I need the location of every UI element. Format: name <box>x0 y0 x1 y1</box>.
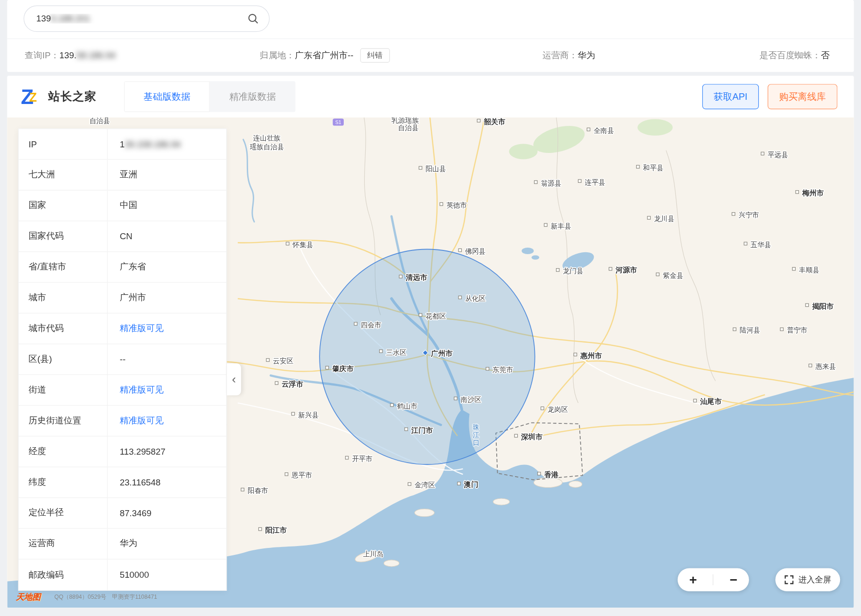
map-label: 龙川县 <box>654 215 674 222</box>
map[interactable]: S1 自治县乳源瑶族自治县韶关市全南县连山壮族瑶族自治县平远县阳山县翁源县连平县… <box>7 118 854 608</box>
place-marker-icon <box>354 322 357 325</box>
map-label: 河源市 <box>615 266 638 274</box>
get-api-button[interactable]: 获取API <box>702 84 759 109</box>
search-icon[interactable] <box>247 13 259 25</box>
search-value: 1395.188.201 <box>36 14 247 23</box>
map-label: 新丰县 <box>551 222 571 230</box>
row-label: 街道 <box>19 375 108 405</box>
premium-only-link[interactable]: 精准版可见 <box>108 313 226 344</box>
place-marker-icon <box>405 428 408 430</box>
fullscreen-icon <box>784 575 794 585</box>
tab-precise-data[interactable]: 精准版数据 <box>210 81 296 112</box>
map-label: 紫金县 <box>663 272 683 279</box>
map-label: 澳门 <box>464 480 479 488</box>
place-marker-icon <box>544 223 547 226</box>
table-row: IP139.158.186.94 <box>19 129 226 160</box>
map-label: 阳山县 <box>425 165 446 173</box>
query-ip: 查询IP： 139. 58.186.94 <box>25 39 116 72</box>
query-card: 1395.188.201 查询IP： 139. 58.186.94 归属地： 广… <box>7 0 854 72</box>
place-marker-icon <box>541 407 544 409</box>
route-shield-label: S1 <box>335 119 341 125</box>
map-label: 惠州市 <box>580 352 602 360</box>
map-label: 自治县 <box>398 124 419 132</box>
map-label: 上川岛 <box>363 550 383 558</box>
place-marker-icon <box>346 456 348 459</box>
table-row: 城市代码精准版可见 <box>19 313 226 344</box>
row-label: 国家 <box>19 191 108 221</box>
place-marker-icon <box>419 313 422 316</box>
place-marker-icon <box>647 216 650 219</box>
table-row: 国家中国 <box>19 191 226 221</box>
place-marker-icon <box>796 191 799 194</box>
row-value: 华为 <box>108 529 226 559</box>
map-label: 云安区 <box>273 357 293 365</box>
map-label: 丰顺县 <box>799 266 819 274</box>
place-marker-icon <box>458 249 461 251</box>
map-label: 乳源瑶族 <box>391 118 419 124</box>
place-marker-icon <box>780 328 783 331</box>
map-label: 恩平市 <box>291 471 312 479</box>
buy-offline-db-button[interactable]: 购买离线库 <box>768 84 838 109</box>
collapse-panel-handle[interactable]: ‹ <box>227 363 241 395</box>
map-label: 梅州市 <box>802 189 824 197</box>
place-marker-icon <box>408 483 411 485</box>
place-marker-icon <box>809 364 812 367</box>
place-marker-icon <box>266 359 269 361</box>
tab-basic-data[interactable]: 基础版数据 <box>124 81 210 112</box>
place-marker-icon <box>440 202 443 205</box>
row-value: 23.116548 <box>108 467 226 498</box>
row-label: IP <box>19 129 108 159</box>
table-row: 省/直辖市广东省 <box>19 252 226 283</box>
place-marker-icon <box>241 488 244 491</box>
map-label: 汕尾市 <box>700 397 722 405</box>
map-label: 南沙区 <box>461 396 481 403</box>
place-marker-icon <box>458 482 460 485</box>
place-marker-icon <box>285 473 288 476</box>
query-isp: 运营商： 华为 <box>542 39 595 72</box>
masked-ip: 58.186.94 <box>76 50 116 60</box>
place-marker-icon <box>390 403 393 406</box>
brand-name: 站长之家 <box>49 89 97 104</box>
row-value: 87.3469 <box>108 498 226 528</box>
zoom-out-button[interactable]: − <box>722 569 744 591</box>
place-marker-icon <box>486 367 489 370</box>
correct-error-button[interactable]: 纠错 <box>360 48 390 63</box>
table-row: 运营商华为 <box>19 529 226 560</box>
place-marker-icon <box>761 152 764 155</box>
map-label: 揭阳市 <box>812 302 834 310</box>
row-label: 定位半径 <box>19 498 108 528</box>
map-label: 江门市 <box>411 426 433 434</box>
row-label: 纬度 <box>19 467 108 498</box>
row-value: 中国 <box>108 191 226 221</box>
map-label: 龙门县 <box>563 267 583 275</box>
row-label: 国家代码 <box>19 221 108 251</box>
map-label: 三水区 <box>386 349 407 356</box>
map-label: 花都区 <box>425 312 446 320</box>
map-label: 兴宁市 <box>738 211 759 219</box>
map-label: 深圳市 <box>521 433 543 441</box>
row-label: 省/直辖市 <box>19 252 108 282</box>
map-label: 鹤山市 <box>397 402 417 410</box>
row-value: 亚洲 <box>108 160 226 190</box>
zoom-in-button[interactable]: + <box>682 569 704 591</box>
row-label: 七大洲 <box>19 160 108 190</box>
premium-only-link[interactable]: 精准版可见 <box>108 406 226 436</box>
search-row: 1395.188.201 <box>7 0 854 38</box>
premium-only-link[interactable]: 精准版可见 <box>108 375 226 405</box>
page: 1395.188.201 查询IP： 139. 58.186.94 归属地： 广… <box>0 0 861 616</box>
map-label: 肇庆市 <box>332 365 354 373</box>
place-marker-icon <box>419 166 422 169</box>
search-input[interactable]: 1395.188.201 <box>24 6 270 32</box>
place-marker-icon <box>694 399 696 402</box>
row-value: CN <box>108 221 226 251</box>
place-marker-icon <box>380 350 382 353</box>
svg-text:Z: Z <box>29 90 37 104</box>
map-label: 翁源县 <box>541 180 562 187</box>
place-marker-icon <box>587 128 590 131</box>
fullscreen-button[interactable]: 进入全屏 <box>775 568 840 591</box>
place-marker-icon <box>275 381 278 384</box>
place-marker-icon <box>732 213 735 215</box>
table-row: 纬度23.116548 <box>19 467 226 498</box>
query-location: 归属地： 广东省广州市-- 纠错 <box>260 39 390 72</box>
data-tabs: 基础版数据 精准版数据 <box>124 81 295 112</box>
